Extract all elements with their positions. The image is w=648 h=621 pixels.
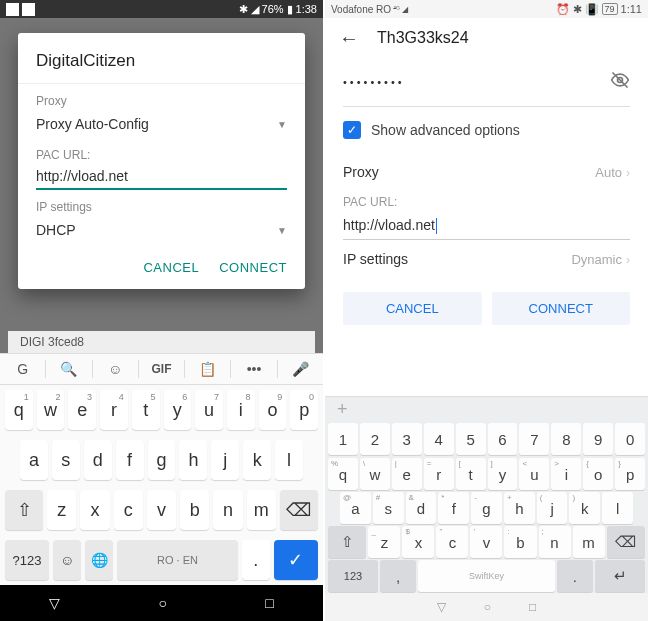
key-4[interactable]: 4 [424,423,454,455]
key-6[interactable]: 6 [488,423,518,455]
key-n[interactable]: n [213,490,242,530]
more-icon[interactable]: ••• [231,361,276,377]
key-2[interactable]: 2 [360,423,390,455]
enter-key[interactable]: ↵ [595,560,645,592]
key-9[interactable]: 9 [583,423,613,455]
g-logo-icon[interactable]: G [0,361,45,377]
symbols-key[interactable]: ?123 [5,540,49,580]
key-h[interactable]: h [179,440,207,480]
recent-nav-icon[interactable]: □ [265,595,273,611]
ip-settings-row[interactable]: IP settings Dynamic› [343,240,630,278]
sticker-icon[interactable]: ☺ [93,361,138,377]
key-q[interactable]: q1 [5,390,33,430]
backspace-key[interactable]: ⌫ [607,526,645,558]
mic-icon[interactable]: 🎤 [278,361,323,377]
search-icon[interactable]: 🔍 [46,361,91,377]
key-k[interactable]: k [243,440,271,480]
key-g[interactable]: g [148,440,176,480]
key-3[interactable]: 3 [392,423,422,455]
key-k[interactable]: k) [569,492,600,524]
key-p[interactable]: p} [615,458,645,490]
key-a[interactable]: a@ [340,492,371,524]
comma-key[interactable]: , [380,560,416,592]
pac-url-input[interactable]: http://vload.net [36,162,287,190]
key-n[interactable]: n; [539,526,571,558]
key-8[interactable]: 8 [551,423,581,455]
back-nav-icon[interactable]: ▽ [437,600,446,614]
key-b[interactable]: b [180,490,209,530]
emoji-key[interactable]: ☺ [53,540,81,580]
key-j[interactable]: j [211,440,239,480]
key-z[interactable]: z_ [368,526,400,558]
key-7[interactable]: 7 [519,423,549,455]
key-d[interactable]: d& [406,492,437,524]
key-w[interactable]: w2 [37,390,65,430]
key-h[interactable]: h+ [504,492,535,524]
key-b[interactable]: b: [504,526,536,558]
key-x[interactable]: x [80,490,109,530]
connect-button[interactable]: CONNECT [219,260,287,275]
symbols-key[interactable]: 123 [328,560,378,592]
key-f[interactable]: f* [438,492,469,524]
key-u[interactable]: u7 [195,390,223,430]
visibility-toggle-icon[interactable] [610,70,630,94]
key-p[interactable]: p0 [290,390,318,430]
home-nav-icon[interactable]: ○ [159,595,167,611]
key-c[interactable]: c" [436,526,468,558]
key-a[interactable]: a [20,440,48,480]
key-m[interactable]: m [573,526,605,558]
recent-nav-icon[interactable]: □ [529,600,536,614]
key-f[interactable]: f [116,440,144,480]
key-u[interactable]: u< [519,458,549,490]
back-button[interactable]: ← [339,27,359,50]
key-l[interactable]: l [602,492,633,524]
period-key[interactable]: . [242,540,270,580]
key-d[interactable]: d [84,440,112,480]
key-z[interactable]: z [47,490,76,530]
key-g[interactable]: g- [471,492,502,524]
key-5[interactable]: 5 [456,423,486,455]
language-key[interactable]: 🌐 [85,540,113,580]
key-v[interactable]: v' [470,526,502,558]
key-i[interactable]: i> [551,458,581,490]
key-j[interactable]: j( [537,492,568,524]
add-icon[interactable]: + [337,399,348,420]
key-s[interactable]: s# [373,492,404,524]
password-input[interactable]: ••••••••• [343,76,405,88]
key-t[interactable]: t[ [456,458,486,490]
key-q[interactable]: q% [328,458,358,490]
clipboard-icon[interactable]: 📋 [185,361,230,377]
key-s[interactable]: s [52,440,80,480]
show-advanced-checkbox[interactable]: ✓ Show advanced options [343,107,630,153]
key-r[interactable]: r4 [100,390,128,430]
shift-key[interactable]: ⇧ [328,526,366,558]
key-i[interactable]: i8 [227,390,255,430]
space-key[interactable]: SwiftKey [418,560,554,592]
key-0[interactable]: 0 [615,423,645,455]
ip-settings-dropdown[interactable]: DHCP ▼ [36,214,287,246]
proxy-setting[interactable]: Proxy Auto› [343,153,630,191]
key-r[interactable]: r= [424,458,454,490]
key-o[interactable]: o{ [583,458,613,490]
connect-button[interactable]: CONNECT [492,292,631,325]
key-v[interactable]: v [147,490,176,530]
shift-key[interactable]: ⇧ [5,490,43,530]
key-l[interactable]: l [275,440,303,480]
key-e[interactable]: e3 [68,390,96,430]
key-c[interactable]: c [114,490,143,530]
cancel-button[interactable]: CANCEL [343,292,482,325]
key-w[interactable]: w\ [360,458,390,490]
key-e[interactable]: e| [392,458,422,490]
pac-url-input[interactable]: http://vload.net [343,209,630,240]
key-m[interactable]: m [247,490,276,530]
period-key[interactable]: . [557,560,593,592]
key-t[interactable]: t5 [132,390,160,430]
cancel-button[interactable]: CANCEL [143,260,199,275]
enter-key[interactable]: ✓ [274,540,318,580]
key-y[interactable]: y6 [164,390,192,430]
key-x[interactable]: x$ [402,526,434,558]
back-nav-icon[interactable]: ▽ [49,595,60,611]
home-nav-icon[interactable]: ○ [484,600,491,614]
key-y[interactable]: y] [488,458,518,490]
key-o[interactable]: o9 [259,390,287,430]
